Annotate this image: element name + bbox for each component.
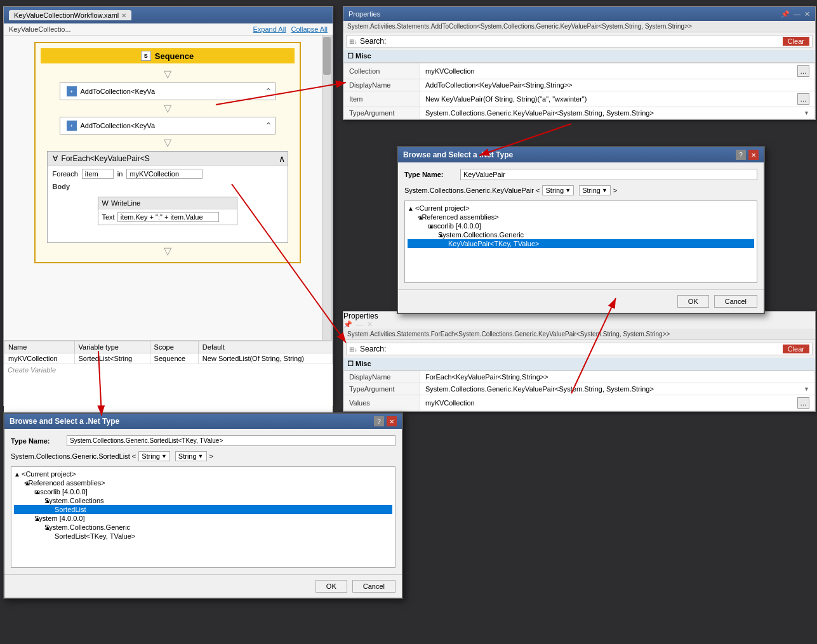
values-button[interactable]: ... (797, 397, 809, 409)
tree-item-referenced[interactable]: ▲<Referenced assemblies> (408, 213, 754, 221)
var-type: SortedList<String (74, 353, 150, 364)
prop-row-displayname: DisplayName AddToCollection<KeyValuePair… (344, 79, 815, 91)
workflow-tab-label: KeyValueCollectionWorkflow.xaml (14, 11, 119, 19)
item-button[interactable]: ... (797, 93, 809, 105)
table-row: myKVCollection SortedList<String Sequenc… (4, 353, 333, 364)
workflow-titlebar: KeyValueCollectionWorkflow.xaml ✕ (4, 7, 333, 23)
prop-value-item: New KeyValuePair(Of String, String)("a",… (420, 91, 815, 107)
type-dropdown-string1-bottom[interactable]: String ▼ (138, 451, 170, 461)
sequence-container: S Sequence ▽ + AddToCollection<KeyVa ⌃ ▽… (34, 42, 301, 263)
collapse-all-button[interactable]: Collapse All (291, 25, 328, 33)
close-icon-1[interactable]: ✕ (804, 10, 810, 18)
workflow-tab-close[interactable]: ✕ (121, 12, 126, 19)
type-name-input[interactable] (460, 169, 757, 180)
foreach-expand[interactable]: ∧ (279, 154, 285, 164)
browse-dialog-bottom-footer: OK Cancel (4, 574, 402, 598)
var-scope: Sequence (150, 353, 198, 364)
browse-bottom-ok-button[interactable]: OK (316, 580, 347, 593)
browse-dialog-close-btn[interactable]: ✕ (748, 150, 759, 160)
tree-item-bottom-sortedlist[interactable]: SortedList (14, 505, 392, 514)
prop-section-misc-2[interactable]: ☐ Misc (343, 358, 815, 371)
add-collection-icon-1: + (67, 86, 77, 96)
typeargument-dropdown-arrow-2[interactable]: ▼ (804, 386, 809, 392)
type-tree-bottom[interactable]: ▲<Current project> ▲<Referenced assembli… (11, 466, 395, 568)
sequence-label: Sequence (155, 51, 194, 61)
canvas-scrollbar[interactable] (322, 36, 331, 340)
clear-button-1[interactable]: Clear (783, 37, 809, 46)
typeargument-dropdown-arrow[interactable]: ▼ (804, 110, 809, 116)
type-preview-bottom: System.Collections.Generic.SortedList < … (11, 451, 395, 461)
search-bar-2: ⊞↓ Search: Clear (346, 343, 813, 355)
expand-all-button[interactable]: Expand All (253, 25, 286, 33)
activity1-expand[interactable]: ⌃ (265, 86, 272, 96)
prop-section-misc-1[interactable]: ☐ Misc (343, 50, 815, 63)
clear-button-2[interactable]: Clear (783, 345, 809, 353)
arrow-down-3: ▽ (41, 137, 295, 148)
collection-button[interactable]: ... (797, 65, 809, 77)
browse-dialog-bottom-titlebar: Browse and Select a .Net Type ? ✕ (4, 414, 402, 429)
type-dropdown-string2-bottom[interactable]: String ▼ (175, 451, 207, 461)
tree-item-syscollgeneric[interactable]: ▲System.Collections.Generic (408, 230, 754, 239)
search-label-2: Search: (360, 345, 386, 353)
prop-row-typeargument: TypeArgument System.Collections.Generic.… (344, 107, 815, 119)
browse-dialog-top-titlebar: Browse and Select a .Net Type ? ✕ (398, 147, 764, 162)
writeline-label: WriteLine (111, 199, 140, 207)
workflow-tab[interactable]: KeyValueCollectionWorkflow.xaml ✕ (9, 10, 131, 20)
prop-name-item: Item (344, 91, 420, 107)
activity2-label: AddToCollection<KeyVa (81, 122, 156, 129)
browse-dialog-bottom-help-btn[interactable]: ? (374, 416, 384, 426)
prop-value-values: myKVCollection ... (420, 395, 815, 411)
foreach-collection-input[interactable] (126, 169, 203, 179)
foreach-keyword: Foreach (53, 170, 78, 178)
activity2-expand[interactable]: ⌃ (265, 121, 272, 131)
pin-icon-2b[interactable]: — (356, 321, 363, 329)
browse-cancel-button[interactable]: Cancel (714, 295, 757, 308)
type-name-row: Type Name: (404, 169, 757, 180)
properties-subtitle-2: System.Activities.Statements.ForEach<Sys… (343, 329, 815, 340)
writeline-text-input[interactable] (117, 212, 219, 222)
text-label: Text (102, 213, 115, 221)
tree-item-bottom-current[interactable]: ▲<Current project> (14, 470, 392, 478)
prop-value-displayname-2: ForEach<KeyValuePair<String,String>> (420, 371, 815, 383)
arrow-down-4: ▽ (41, 246, 295, 257)
browse-dialog-help-btn[interactable]: ? (736, 150, 746, 160)
tree-item-bottom-syscollgeneric[interactable]: ▲System.Collections.Generic (14, 523, 392, 532)
tree-item-bottom-referenced[interactable]: ▲<Referenced assemblies> (14, 478, 392, 487)
activity-add2[interactable]: + AddToCollection<KeyVa ⌃ (60, 117, 276, 135)
tree-item-current[interactable]: ▲<Current project> (408, 204, 754, 213)
prop-name-collection: Collection (344, 63, 420, 79)
browse-dialog-bottom-close-btn[interactable]: ✕ (387, 416, 397, 426)
type-name-input-bottom[interactable] (67, 435, 395, 446)
pin-icon-1[interactable]: 📌 (781, 10, 790, 18)
search-input-2[interactable] (389, 345, 780, 353)
create-variable[interactable]: Create Variable (4, 364, 333, 376)
scrollbar-thumb[interactable] (323, 37, 331, 75)
workflow-canvas: S Sequence ▽ + AddToCollection<KeyVa ⌃ ▽… (4, 36, 333, 340)
tree-item-bottom-system[interactable]: ▲System [4.0.0.0] (14, 514, 392, 523)
tree-item-bottom-sortedlistgeneric[interactable]: SortedList<TKey, TValue> (14, 532, 392, 541)
prop-row-typeargument-2: TypeArgument System.Collections.Generic.… (344, 383, 815, 395)
tree-item-bottom-mscorlib[interactable]: ▲mscorlib [4.0.0.0] (14, 487, 392, 496)
arrow-down-2: ▽ (41, 103, 295, 114)
close-icon-2[interactable]: ✕ (367, 320, 373, 329)
prop-name-displayname: DisplayName (344, 79, 420, 91)
foreach-item-input[interactable] (82, 169, 114, 179)
properties-titlebar-1: Properties 📌 — ✕ (343, 7, 815, 21)
type-dropdown-string1[interactable]: String ▼ (542, 185, 574, 195)
tree-item-kvpair[interactable]: KeyValuePair<TKey, TValue> (408, 239, 754, 248)
pin-icon-2[interactable]: 📌 (343, 320, 352, 329)
item-value: New KeyValuePair(Of String, String)("a",… (425, 95, 587, 103)
type-tree-top[interactable]: ▲<Current project> ▲<Referenced assembli… (404, 200, 757, 283)
type-preview: System.Collections.Generic.KeyValuePair … (404, 185, 757, 195)
browse-bottom-cancel-button[interactable]: Cancel (352, 580, 395, 593)
pin-icon-1b[interactable]: — (794, 10, 800, 18)
activity-add1[interactable]: + AddToCollection<KeyVa ⌃ (60, 82, 276, 100)
browse-ok-button[interactable]: OK (677, 295, 709, 308)
search-input-1[interactable] (389, 37, 780, 45)
col-name: Name (4, 341, 75, 353)
tree-item-bottom-syscoll[interactable]: ▲System.Collections (14, 496, 392, 505)
col-variable-type: Variable type (74, 341, 150, 353)
prop-name-displayname-2: DisplayName (344, 371, 420, 383)
type-dropdown-string2[interactable]: String ▼ (579, 185, 611, 195)
tree-item-mscorlib[interactable]: ▲mscorlib [4.0.0.0] (408, 221, 754, 230)
